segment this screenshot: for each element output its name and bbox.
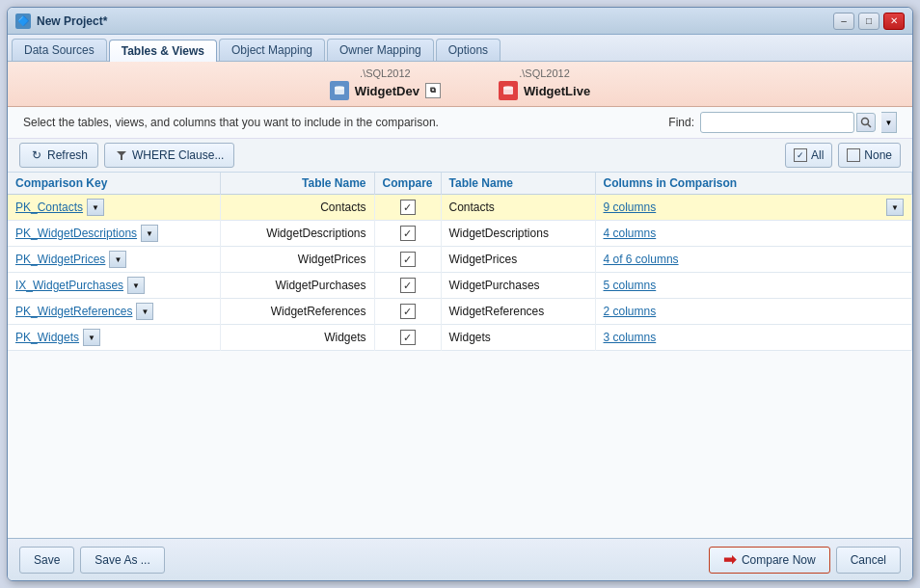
cell-compare-checkbox[interactable]: ✓ (374, 299, 441, 325)
svg-point-3 (503, 86, 513, 90)
datasource-right-dbname: WidgetLive (524, 84, 590, 98)
comparison-key-dropdown[interactable]: ▼ (109, 251, 126, 268)
save-button[interactable]: Save (19, 547, 74, 574)
instruction-row: Select the tables, views, and columns th… (8, 107, 912, 139)
comparison-table: Comparison Key Table Name Compare Table … (8, 173, 912, 351)
table-row[interactable]: PK_WidgetDescriptions▼WidgetDescriptions… (8, 221, 912, 247)
save-as-button[interactable]: Save As ... (80, 547, 164, 574)
compare-checkbox[interactable]: ✓ (400, 278, 416, 293)
table-container[interactable]: Comparison Key Table Name Compare Table … (8, 173, 912, 538)
col-header-comparison-key: Comparison Key (8, 173, 220, 195)
cell-comparison-key: PK_WidgetDescriptions▼ (8, 221, 220, 247)
cell-table-name-left: WidgetPurchases (220, 273, 374, 299)
cell-columns-count: 5 columns (595, 273, 911, 299)
table-row[interactable]: PK_Contacts▼Contacts✓Contacts9 columns▼ (8, 195, 912, 221)
toolbar: ↻ Refresh WHERE Clause... ✓ All None (8, 139, 912, 173)
cell-columns-count: 4 of 6 columns (595, 247, 911, 273)
columns-count-link[interactable]: 4 columns (604, 227, 657, 240)
comparison-key-dropdown[interactable]: ▼ (141, 225, 158, 242)
columns-count-link[interactable]: 3 columns (604, 331, 657, 344)
comparison-key-dropdown[interactable]: ▼ (87, 199, 104, 216)
main-window: 🔷 New Project* – □ ✕ Data Sources Tables… (7, 7, 913, 581)
cell-compare-checkbox[interactable]: ✓ (374, 273, 441, 299)
find-dropdown-arrow[interactable]: ▼ (881, 112, 897, 133)
columns-count-link[interactable]: 5 columns (604, 279, 657, 292)
compare-arrow-icon: ➡ (723, 550, 736, 569)
window-icon: 🔷 (15, 13, 31, 29)
datasource-left-icon (330, 81, 349, 100)
cell-comparison-key: IX_WidgetPurchases▼ (8, 273, 220, 299)
columns-count-link[interactable]: 4 of 6 columns (604, 253, 679, 266)
cell-table-name-right: WidgetDescriptions (441, 221, 595, 247)
title-bar: 🔷 New Project* – □ ✕ (8, 8, 912, 35)
cell-comparison-key: PK_WidgetPrices▼ (8, 247, 220, 273)
table-row[interactable]: PK_WidgetPrices▼WidgetPrices✓WidgetPrice… (8, 247, 912, 273)
minimize-button[interactable]: – (833, 13, 854, 30)
datasource-right-icon (499, 81, 518, 100)
table-row[interactable]: PK_WidgetReferences▼WidgetReferences✓Wid… (8, 299, 912, 325)
cell-columns-count: 4 columns (595, 221, 911, 247)
cell-compare-checkbox[interactable]: ✓ (374, 247, 441, 273)
table-row[interactable]: PK_Widgets▼Widgets✓Widgets3 columns (8, 325, 912, 351)
where-clause-button[interactable]: WHERE Clause... (104, 143, 234, 168)
comparison-key-dropdown[interactable]: ▼ (136, 303, 153, 320)
compare-checkbox[interactable]: ✓ (400, 226, 416, 241)
cell-table-name-left: Contacts (220, 195, 374, 221)
table-row[interactable]: IX_WidgetPurchases▼WidgetPurchases✓Widge… (8, 273, 912, 299)
compare-now-button[interactable]: ➡ Compare Now (709, 547, 830, 574)
close-button[interactable]: ✕ (883, 13, 905, 30)
all-checkbox-icon: ✓ (794, 148, 807, 162)
cell-compare-checkbox[interactable]: ✓ (374, 195, 441, 221)
tab-data-sources[interactable]: Data Sources (12, 39, 107, 61)
instruction-text: Select the tables, views, and columns th… (23, 116, 439, 129)
tab-bar: Data Sources Tables & Views Object Mappi… (8, 35, 912, 62)
cell-table-name-right: Widgets (441, 325, 595, 351)
datasource-left: .\SQL2012 WidgetDev ⧉ (330, 67, 441, 100)
svg-point-4 (862, 119, 869, 125)
find-input[interactable] (700, 112, 854, 133)
comparison-key-dropdown[interactable]: ▼ (83, 329, 100, 346)
none-button[interactable]: None (838, 143, 901, 168)
cell-table-name-right: WidgetPrices (441, 247, 595, 273)
cell-table-name-left: WidgetDescriptions (220, 221, 374, 247)
comparison-key-dropdown[interactable]: ▼ (127, 277, 145, 294)
datasource-header: .\SQL2012 WidgetDev ⧉ .\SQL2012 WidgetLi… (8, 62, 912, 107)
compare-checkbox[interactable]: ✓ (400, 304, 416, 319)
cell-comparison-key: PK_Contacts▼ (8, 195, 220, 221)
tab-tables-views[interactable]: Tables & Views (109, 40, 217, 62)
tab-options[interactable]: Options (436, 39, 501, 61)
table-header-row: Comparison Key Table Name Compare Table … (8, 173, 912, 195)
cell-compare-checkbox[interactable]: ✓ (374, 221, 441, 247)
compare-checkbox[interactable]: ✓ (400, 252, 416, 267)
compare-checkbox[interactable]: ✓ (400, 200, 416, 215)
cell-table-name-left: WidgetReferences (220, 299, 374, 325)
content-area: .\SQL2012 WidgetDev ⧉ .\SQL2012 WidgetLi… (8, 62, 912, 538)
datasource-right: .\SQL2012 WidgetLive (499, 67, 590, 100)
cell-table-name-right: WidgetPurchases (441, 273, 595, 299)
cell-comparison-key: PK_Widgets▼ (8, 325, 220, 351)
refresh-icon: ↻ (30, 148, 43, 162)
svg-point-1 (335, 86, 344, 90)
tab-object-mapping[interactable]: Object Mapping (219, 39, 325, 61)
tab-owner-mapping[interactable]: Owner Mapping (327, 39, 434, 61)
copy-left-button[interactable]: ⧉ (425, 83, 441, 98)
cell-compare-checkbox[interactable]: ✓ (374, 325, 441, 351)
cancel-button[interactable]: Cancel (836, 547, 901, 574)
compare-checkbox[interactable]: ✓ (400, 330, 416, 345)
all-button[interactable]: ✓ All (785, 143, 832, 168)
cell-table-name-left: Widgets (220, 325, 374, 351)
datasource-right-path: .\SQL2012 (519, 67, 570, 79)
columns-dropdown[interactable]: ▼ (886, 199, 904, 216)
restore-button[interactable]: □ (858, 13, 879, 30)
cell-columns-count: 9 columns▼ (595, 195, 911, 221)
datasource-left-name-row: WidgetDev ⧉ (330, 81, 441, 100)
window-title: New Project* (37, 14, 833, 28)
columns-count-link[interactable]: 9 columns (604, 200, 657, 214)
columns-count-link[interactable]: 2 columns (604, 305, 657, 318)
none-checkbox-icon (847, 148, 860, 162)
find-search-icon[interactable] (856, 113, 876, 132)
cell-columns-count: 3 columns (595, 325, 911, 351)
find-area: Find: ▼ (668, 112, 897, 133)
refresh-button[interactable]: ↻ Refresh (19, 143, 98, 168)
cell-table-name-right: Contacts (441, 195, 595, 221)
